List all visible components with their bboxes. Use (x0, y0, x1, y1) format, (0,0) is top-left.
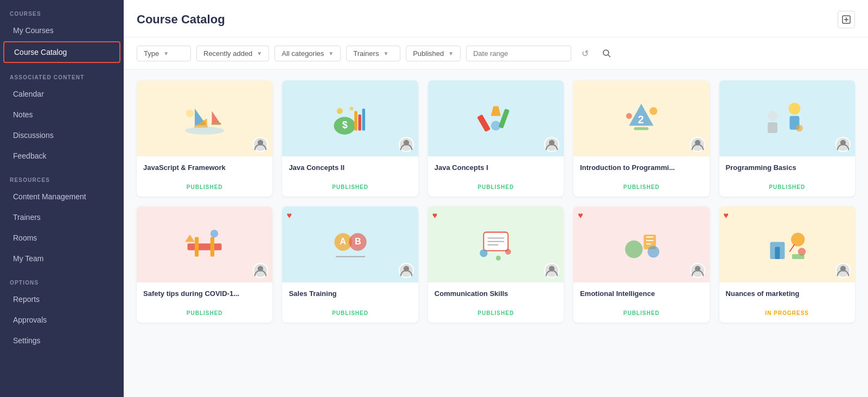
all-categories-filter[interactable]: All categories ▼ (275, 46, 341, 61)
trainers-filter[interactable]: Trainers ▼ (346, 46, 400, 61)
card-thumbnail: ♥ (719, 206, 855, 282)
card-footer: PUBLISHED (719, 176, 855, 197)
course-card[interactable]: ♥ A B Sales Training PUBLISHED (282, 206, 418, 323)
sidebar-item-discussions[interactable]: Discussions (3, 125, 120, 145)
published-chevron-icon: ▼ (448, 51, 454, 56)
status-badge: PUBLISHED (623, 184, 660, 190)
card-body: Programming Basics (719, 156, 855, 176)
recently-added-filter[interactable]: Recently added ▼ (196, 46, 269, 61)
card-body: Communication Skills (428, 282, 564, 302)
status-badge: PUBLISHED (623, 310, 660, 316)
cards-area: JavaScript & Framework PUBLISHED $ (124, 70, 868, 397)
search-button[interactable] (598, 45, 615, 61)
sidebar-item-trainers[interactable]: Trainers (3, 207, 120, 227)
card-footer: PUBLISHED (282, 176, 418, 197)
status-badge: IN PROGRESS (765, 310, 809, 316)
card-body: Safety tips during COVID-1... (137, 282, 272, 302)
associated-content-label: ASSOCIATED CONTENT (0, 64, 124, 84)
course-card[interactable]: ♥ Communication Skills PUBLISHED (428, 206, 564, 323)
sidebar-item-approvals[interactable]: Approvals (3, 310, 120, 330)
published-filter[interactable]: Published ▼ (406, 46, 461, 61)
card-footer: PUBLISHED (573, 302, 709, 323)
filters-bar: Type ▼ Recently added ▼ All categories ▼… (124, 37, 868, 70)
svg-marker-42 (185, 235, 195, 242)
svg-point-56 (505, 249, 511, 255)
sidebar-item-rooms[interactable]: Rooms (3, 228, 120, 248)
card-title: Emotional Intelligence (580, 289, 703, 299)
page-title: Course Catalog (137, 12, 225, 27)
main-content: Course Catalog Type ▼ Recently added ▼ A… (124, 0, 868, 397)
svg-line-4 (608, 55, 610, 57)
main-header: Course Catalog (124, 0, 868, 37)
reset-button[interactable]: ↺ (577, 45, 593, 61)
trainers-chevron-icon: ▼ (383, 51, 388, 56)
svg-point-55 (480, 249, 487, 257)
svg-point-5 (185, 127, 224, 134)
card-footer: IN PROGRESS (719, 302, 855, 323)
course-card[interactable]: Programming Basics PUBLISHED (719, 80, 855, 197)
svg-rect-30 (634, 127, 649, 130)
avatar (253, 137, 268, 152)
svg-rect-35 (768, 122, 777, 133)
add-button[interactable] (838, 11, 855, 28)
sidebar-item-content-management[interactable]: Content Management (3, 187, 120, 206)
status-badge: PUBLISHED (332, 310, 368, 316)
status-badge: PUBLISHED (187, 310, 223, 316)
svg-rect-8 (194, 125, 208, 128)
svg-rect-71 (792, 254, 805, 259)
sidebar-item-my-team[interactable]: My Team (3, 249, 120, 268)
course-card[interactable]: Java Concepts I PUBLISHED (428, 80, 564, 197)
svg-rect-16 (358, 115, 361, 131)
heart-icon: ♥ (432, 211, 438, 220)
svg-text:2: 2 (638, 114, 644, 125)
svg-point-29 (626, 113, 632, 119)
status-badge: PUBLISHED (478, 310, 514, 316)
status-badge: PUBLISHED (187, 184, 223, 190)
course-card[interactable]: JavaScript & Framework PUBLISHED (137, 80, 272, 197)
card-title: Java Concepts I (435, 163, 557, 173)
course-card[interactable]: 2 Introduction to Programmi... PUBLISHED (573, 80, 709, 197)
card-thumbnail: ♥ (428, 206, 564, 282)
card-body: Introduction to Programmi... (573, 156, 709, 176)
svg-marker-9 (212, 111, 220, 124)
course-card[interactable]: $ Java Concepts II PUBLISHED (282, 80, 418, 197)
course-card[interactable]: ♥ Emotional Intelligence PUBLISHED (573, 206, 709, 323)
sidebar-item-settings[interactable]: Settings (3, 331, 120, 350)
resources-section-label: RESOURCES (0, 166, 124, 186)
sidebar-item-notes[interactable]: Notes (3, 105, 120, 124)
card-body: Nuances of marketing (719, 282, 855, 302)
type-filter[interactable]: Type ▼ (137, 46, 191, 61)
svg-rect-38 (188, 243, 222, 250)
card-title: Nuances of marketing (726, 289, 848, 299)
svg-point-3 (603, 50, 609, 55)
sidebar-item-calendar[interactable]: Calendar (3, 84, 120, 104)
svg-point-19 (349, 106, 353, 110)
avatar (544, 263, 559, 278)
card-body: Emotional Intelligence (573, 282, 709, 302)
type-chevron-icon: ▼ (163, 51, 169, 56)
sidebar-item-my-courses[interactable]: My Courses (3, 21, 120, 40)
avatar (835, 137, 851, 152)
date-range-input[interactable] (466, 46, 571, 61)
options-section-label: OPTIONS (0, 269, 124, 289)
card-thumbnail (137, 206, 272, 282)
categories-chevron-icon: ▼ (328, 51, 334, 56)
card-thumbnail (137, 80, 272, 156)
avatar (544, 137, 559, 152)
card-thumbnail (428, 80, 564, 156)
sidebar-item-reports[interactable]: Reports (3, 289, 120, 309)
card-title: Java Concepts II (289, 163, 411, 173)
courses-section-label: COURSES (0, 0, 124, 20)
card-body: Java Concepts I (428, 156, 564, 176)
course-card[interactable]: Safety tips during COVID-1... PUBLISHED (137, 206, 272, 323)
svg-point-59 (626, 241, 643, 258)
card-footer: PUBLISHED (137, 176, 272, 197)
sidebar-item-course-catalog[interactable]: Course Catalog (3, 41, 120, 63)
avatar (399, 137, 414, 152)
sidebar-item-feedback[interactable]: Feedback (3, 146, 120, 166)
course-card[interactable]: ♥ Nuances of marketing IN PROGRESS (719, 206, 855, 323)
status-badge: PUBLISHED (478, 184, 514, 190)
svg-rect-41 (210, 237, 214, 257)
svg-marker-23 (491, 106, 501, 116)
card-thumbnail: ♥ A B (282, 206, 418, 282)
